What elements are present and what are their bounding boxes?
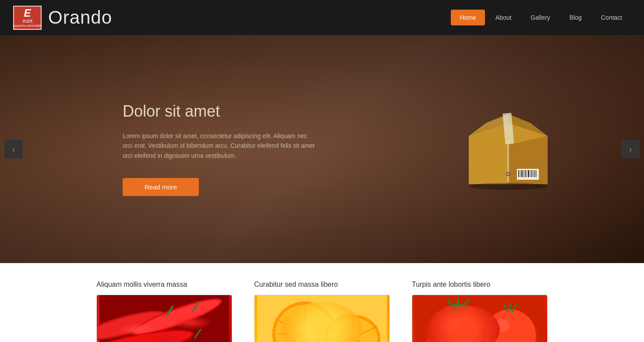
svg-line-31 (192, 302, 199, 312)
brand-name: Orando (48, 7, 112, 28)
svg-rect-19 (534, 170, 535, 177)
header: E 资源君eyunzhu.com/vdisk Orando Home About… (0, 0, 644, 35)
svg-rect-17 (531, 170, 532, 177)
svg-point-28 (97, 324, 195, 342)
featured-title-2: Curabitur sed massa libero (254, 281, 390, 289)
svg-point-26 (130, 295, 225, 341)
chili-image (97, 295, 232, 342)
featured-item-3: Turpis ante lobortis libero (412, 281, 548, 342)
carousel-next-button[interactable]: › (621, 140, 640, 158)
featured-item-1: Aliquam mollis viverra massa (96, 281, 232, 342)
featured-grid: Aliquam mollis viverra massa (0, 281, 644, 342)
hero-body-text: Lorem ipsum dolor sit amet, consectetur … (123, 131, 315, 160)
featured-title-3: Turpis ante lobortis libero (412, 281, 548, 289)
svg-rect-18 (533, 170, 534, 177)
svg-point-57 (493, 319, 510, 332)
featured-title-1: Aliquam mollis viverra massa (96, 281, 232, 289)
svg-point-22 (469, 183, 548, 190)
featured-image-1 (96, 295, 232, 342)
cardboard-box-svg: ♻ (460, 101, 556, 197)
svg-rect-16 (530, 170, 531, 177)
svg-rect-11 (521, 170, 523, 177)
featured-image-3 (412, 295, 548, 342)
featured-image-2 (254, 295, 390, 342)
main-nav: Home About Gallery Blog Contact (451, 10, 631, 25)
orange-image (255, 295, 389, 342)
read-more-button[interactable]: Read more (123, 178, 199, 196)
svg-rect-15 (528, 170, 529, 177)
nav-home[interactable]: Home (451, 10, 485, 25)
hero-illustration: ♻ (460, 101, 556, 197)
svg-rect-23 (99, 295, 229, 342)
svg-line-32 (195, 329, 201, 338)
svg-rect-10 (520, 170, 520, 177)
logo-area: E 资源君eyunzhu.com/vdisk Orando (13, 6, 112, 30)
nav-blog[interactable]: Blog (561, 10, 591, 25)
logo-badge: E 资源君eyunzhu.com/vdisk (13, 6, 42, 30)
svg-point-40 (294, 323, 315, 342)
carousel-prev-button[interactable]: ‹ (4, 140, 23, 158)
featured-item-2: Curabitur sed massa libero (254, 281, 390, 342)
svg-point-50 (439, 315, 460, 331)
svg-point-24 (97, 305, 170, 342)
hero-content: Dolor sit amet Lorem ipsum dolor sit ame… (0, 102, 315, 196)
nav-contact[interactable]: Contact (592, 10, 631, 25)
svg-line-37 (275, 319, 334, 342)
nav-gallery[interactable]: Gallery (522, 10, 559, 25)
logo-e-char: E (24, 8, 31, 18)
logo-subtitle: 资源君eyunzhu.com/vdisk (14, 19, 42, 28)
svg-line-38 (275, 319, 334, 342)
featured-section: Aliquam mollis viverra massa (0, 263, 644, 342)
svg-point-29 (97, 326, 193, 342)
svg-point-25 (97, 307, 167, 342)
hero-title: Dolor sit amet (123, 102, 315, 121)
svg-rect-14 (527, 170, 527, 177)
svg-text:♻: ♻ (506, 171, 511, 178)
svg-rect-13 (525, 170, 526, 177)
svg-rect-20 (536, 170, 537, 177)
nav-about[interactable]: About (487, 10, 520, 25)
svg-rect-12 (524, 170, 524, 177)
svg-point-27 (132, 295, 223, 339)
hero-banner: ‹ Dolor sit amet Lorem ipsum dolor sit a… (0, 35, 644, 263)
tomato-image (412, 295, 547, 342)
svg-line-30 (166, 306, 173, 316)
svg-rect-9 (518, 170, 519, 177)
